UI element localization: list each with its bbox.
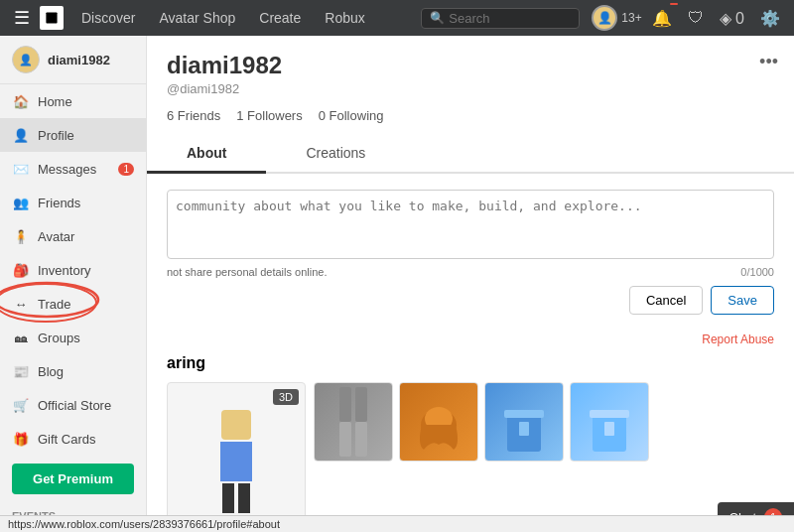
avatar-head	[221, 410, 251, 440]
gift-icon: 🎁	[12, 430, 30, 448]
avatar-3d-preview[interactable]: 3D	[167, 382, 306, 532]
wearing-item-1[interactable]	[314, 382, 393, 462]
following-count: 0	[319, 108, 326, 123]
svg-rect-4	[339, 422, 351, 457]
avatar-leg-left	[222, 483, 234, 513]
nav-discover[interactable]: Discover	[71, 4, 145, 32]
notifications-button[interactable]: 🔔	[646, 5, 678, 32]
age-label: 13+	[621, 11, 641, 25]
search-bar[interactable]: 🔍	[421, 8, 580, 29]
wearing-item-4[interactable]	[570, 382, 649, 462]
main-layout: 👤 diami1982 🏠 Home 👤 Profile ✉️ Messages…	[0, 36, 794, 532]
sidebar: 👤 diami1982 🏠 Home 👤 Profile ✉️ Messages…	[0, 36, 147, 532]
sidebar-item-messages[interactable]: ✉️ Messages 1	[0, 152, 146, 186]
avatar-legs	[222, 483, 250, 513]
friends-stat: 6 Friends	[167, 108, 220, 123]
home-icon: 🏠	[12, 92, 30, 110]
search-input[interactable]	[449, 11, 571, 26]
get-premium-button[interactable]: Get Premium	[12, 464, 134, 494]
friends-count: 6	[167, 108, 174, 123]
about-section: not share personal details online. 0/100…	[147, 174, 794, 331]
wearing-item-3[interactable]	[484, 382, 564, 462]
svg-rect-9	[504, 410, 544, 418]
sidebar-username: diami1982	[48, 53, 110, 67]
avatar-figure	[220, 410, 252, 513]
sidebar-avatar: 👤	[12, 46, 40, 73]
sidebar-item-friends[interactable]: 👥 Friends	[0, 186, 146, 219]
groups-icon: 🏘	[12, 329, 30, 346]
main-content: ••• diami1982 @diami1982 6 Friends 1 Fol…	[147, 36, 794, 532]
friends-icon: 👥	[12, 194, 30, 211]
store-icon: 🛒	[12, 396, 30, 414]
robux-counter[interactable]: ◈ 0	[714, 5, 750, 32]
sidebar-label-blog: Blog	[38, 364, 64, 379]
nav-avatar-shop[interactable]: Avatar Shop	[149, 4, 245, 32]
sidebar-label-friends: Friends	[38, 196, 80, 210]
sidebar-user[interactable]: 👤 diami1982	[0, 36, 146, 84]
sidebar-item-blog[interactable]: 📰 Blog	[0, 354, 146, 388]
sidebar-label-avatar: Avatar	[38, 229, 74, 244]
topnav-icon-group: 👤 13+ 🔔 🛡 ◈ 0 ⚙️	[592, 5, 786, 32]
blog-icon: 📰	[12, 362, 30, 380]
about-footer: not share personal details online. 0/100…	[167, 266, 774, 278]
sidebar-item-gift-cards[interactable]: 🎁 Gift Cards	[0, 422, 146, 456]
report-abuse-section: Report Abuse	[147, 331, 794, 354]
wearing-section: aring 3D	[147, 354, 794, 532]
char-count: 0/1000	[740, 266, 774, 278]
messages-badge: 1	[118, 163, 134, 176]
about-buttons: Cancel Save	[167, 286, 774, 315]
search-icon: 🔍	[430, 11, 445, 25]
settings-button[interactable]: ⚙️	[754, 5, 786, 32]
sidebar-item-inventory[interactable]: 🎒 Inventory	[0, 253, 146, 287]
shield-button[interactable]: 🛡	[682, 5, 710, 31]
wearing-items: 3D	[167, 382, 774, 532]
sidebar-label-home: Home	[38, 94, 72, 109]
tab-about[interactable]: About	[147, 135, 266, 174]
nav-create[interactable]: Create	[249, 4, 311, 32]
sidebar-label-groups: Groups	[38, 331, 80, 345]
sidebar-item-home[interactable]: 🏠 Home	[0, 84, 146, 118]
avatar-circle: 👤	[592, 5, 617, 31]
profile-handle: @diami1982	[167, 81, 774, 96]
svg-rect-5	[355, 422, 367, 457]
hamburger-icon[interactable]: ☰	[8, 3, 36, 33]
svg-rect-12	[590, 410, 629, 418]
about-warning: not share personal details online.	[167, 266, 327, 278]
user-avatar-button[interactable]: 👤 13+	[592, 5, 641, 31]
user-icon: 👤	[12, 126, 30, 144]
sidebar-item-avatar[interactable]: 🧍 Avatar	[0, 219, 146, 253]
svg-rect-2	[339, 387, 351, 422]
following-stat: 0 Following	[319, 108, 384, 123]
report-abuse-link[interactable]: Report Abuse	[702, 332, 774, 346]
sidebar-label-trade: Trade	[38, 297, 70, 312]
sidebar-item-trade[interactable]: ↔️ Trade	[0, 287, 146, 321]
url-bar: https://www.roblox.com/users/2839376661/…	[0, 515, 794, 532]
wearing-title: aring	[167, 354, 774, 372]
message-icon: ✉️	[12, 160, 30, 178]
tab-creations[interactable]: Creations	[266, 135, 405, 174]
wearing-item-2[interactable]	[399, 382, 478, 462]
sidebar-label-profile: Profile	[38, 128, 74, 143]
avatar-torso	[220, 442, 252, 481]
svg-rect-10	[519, 422, 529, 436]
profile-name: diami1982	[167, 52, 774, 79]
svg-rect-3	[355, 387, 367, 422]
sidebar-label-inventory: Inventory	[38, 263, 90, 278]
nav-robux[interactable]: Robux	[315, 4, 374, 32]
followers-count: 1	[236, 108, 243, 123]
save-button[interactable]: Save	[711, 286, 774, 315]
profile-stats: 6 Friends 1 Followers 0 Following	[167, 108, 774, 123]
svg-rect-0	[46, 12, 57, 23]
3d-badge[interactable]: 3D	[273, 389, 299, 405]
sidebar-item-official-store[interactable]: 🛒 Official Store	[0, 388, 146, 422]
cancel-button[interactable]: Cancel	[629, 286, 703, 315]
avatar-leg-right	[238, 483, 250, 513]
sidebar-label-messages: Messages	[38, 162, 96, 177]
sidebar-label-gift: Gift Cards	[38, 432, 96, 447]
more-options-button[interactable]: •••	[759, 52, 778, 72]
top-navigation: ☰ Discover Avatar Shop Create Robux 🔍 👤 …	[0, 0, 794, 36]
sidebar-item-groups[interactable]: 🏘 Groups	[0, 321, 146, 354]
about-textarea[interactable]	[167, 190, 774, 259]
sidebar-item-profile[interactable]: 👤 Profile	[0, 118, 146, 152]
sidebar-label-store: Official Store	[38, 398, 111, 413]
